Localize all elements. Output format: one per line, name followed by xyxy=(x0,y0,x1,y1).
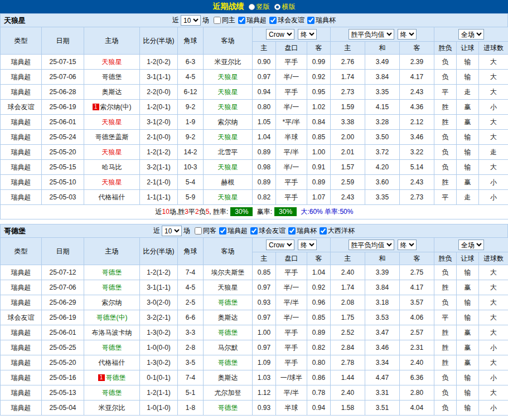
team-link[interactable]: 马尔默 xyxy=(218,344,238,351)
team-link[interactable]: 哥德堡 xyxy=(102,344,122,351)
score-cell[interactable]: 1-2(1-2) xyxy=(140,265,178,280)
score-cell[interactable]: 3-2(2-1) xyxy=(140,310,178,325)
team-link[interactable]: 哥德堡 xyxy=(102,268,122,276)
filter-checkbox[interactable]: 瑞典超 xyxy=(216,226,248,236)
team-link[interactable]: 天狼星 xyxy=(218,163,238,171)
match-count-select[interactable]: 10 xyxy=(181,15,201,26)
team-link[interactable]: 埃尔夫斯堡 xyxy=(211,268,245,276)
team-link[interactable]: 天狼星 xyxy=(102,148,122,156)
team-link[interactable]: 哥德堡 xyxy=(102,389,122,397)
league-cell[interactable]: 瑞典超 xyxy=(1,55,42,70)
league-cell[interactable]: 瑞典超 xyxy=(1,130,42,145)
league-cell[interactable]: 瑞典超 xyxy=(1,280,42,295)
score-cell[interactable]: 1-2(1-2) xyxy=(140,145,178,160)
team-link[interactable]: 哥德堡 xyxy=(102,73,122,81)
score-cell[interactable]: 3-0(2-0) xyxy=(140,295,178,310)
league-cell[interactable]: 瑞典超 xyxy=(1,115,42,130)
scope-select[interactable]: 全场 xyxy=(458,29,484,40)
league-cell[interactable]: 瑞典超 xyxy=(1,295,42,310)
layout-option-vertical[interactable]: 竖版 xyxy=(249,2,270,12)
score-cell[interactable]: 3-1(1-1) xyxy=(140,280,178,295)
score-cell[interactable]: 1-3(0-2) xyxy=(140,355,178,370)
team-link[interactable]: 索尔纳(中) xyxy=(100,103,132,111)
checkbox-input[interactable] xyxy=(250,227,258,235)
league-cell[interactable]: 瑞典超 xyxy=(1,265,42,280)
checkbox-input[interactable] xyxy=(269,17,277,24)
match-count-select[interactable]: 10 xyxy=(162,226,182,236)
scope-select[interactable]: 全场 xyxy=(458,240,484,250)
avg-stage-select[interactable]: 终 xyxy=(398,29,417,40)
score-cell[interactable]: 0-1(0-1) xyxy=(140,370,178,385)
team-link[interactable]: 哥德堡 xyxy=(218,299,238,306)
filter-checkbox[interactable]: 同客 xyxy=(192,226,216,236)
team-link[interactable]: 代格福什 xyxy=(99,193,125,201)
filter-checkbox[interactable]: 同主 xyxy=(211,16,235,25)
team-link[interactable]: 天狼星 xyxy=(218,284,238,291)
team-link[interactable]: 哥德堡 xyxy=(218,359,238,367)
league-cell[interactable]: 瑞典超 xyxy=(1,190,42,205)
score-cell[interactable]: 1-2(0-1) xyxy=(140,100,178,115)
league-cell[interactable]: 球会友谊 xyxy=(1,310,42,325)
team-link[interactable]: 哥德堡 xyxy=(218,329,238,336)
score-cell[interactable]: 1-0(0-0) xyxy=(140,340,178,355)
score-cell[interactable]: 3-1(2-0) xyxy=(140,115,178,130)
team-link[interactable]: 天狼星 xyxy=(102,58,122,66)
league-cell[interactable]: 瑞典超 xyxy=(1,85,42,100)
team-link[interactable]: 奥斯达 xyxy=(218,314,238,321)
score-cell[interactable]: 2-2(0-0) xyxy=(140,85,178,100)
league-cell[interactable]: 瑞典超 xyxy=(1,70,42,85)
team-link[interactable]: 索尔纳 xyxy=(102,299,122,306)
checkbox-input[interactable] xyxy=(195,227,202,235)
team-link[interactable]: 天狼星 xyxy=(218,193,238,201)
team-link[interactable]: 尤尔加登 xyxy=(215,389,241,397)
score-cell[interactable]: 1-0(1-0) xyxy=(140,401,178,416)
score-cell[interactable]: 1-1(1-1) xyxy=(140,190,178,205)
league-cell[interactable]: 瑞典超 xyxy=(1,385,42,401)
score-cell[interactable]: 2-1(0-0) xyxy=(140,130,178,145)
league-cell[interactable]: 瑞典超 xyxy=(1,160,42,175)
avg-type-select[interactable]: 胜平负均值 xyxy=(349,29,394,40)
checkbox-input[interactable] xyxy=(219,227,226,235)
radio-icon[interactable] xyxy=(249,4,255,10)
avg-type-select[interactable]: 胜平负均值 xyxy=(349,240,394,250)
filter-checkbox[interactable]: 瑞典杯 xyxy=(286,226,317,236)
score-cell[interactable]: 1-2(1-1) xyxy=(140,385,178,401)
filter-checkbox[interactable]: 球会友谊 xyxy=(248,226,286,236)
checkbox-input[interactable] xyxy=(307,17,315,24)
team-link[interactable]: 哥德堡 xyxy=(106,374,126,382)
checkbox-input[interactable] xyxy=(320,227,327,235)
team-link[interactable]: 天狼星 xyxy=(218,103,238,111)
odds-stage-select[interactable]: 终 xyxy=(298,240,317,250)
league-cell[interactable]: 瑞典超 xyxy=(1,340,42,355)
score-cell[interactable]: 3-1(1-1) xyxy=(140,70,178,85)
odds-company-select[interactable]: Crow xyxy=(266,240,294,250)
checkbox-input[interactable] xyxy=(238,17,245,24)
team-link[interactable]: 哥德堡(中) xyxy=(96,314,128,321)
radio-icon[interactable] xyxy=(274,4,280,10)
team-link[interactable]: 天狼星 xyxy=(102,178,122,186)
team-link[interactable]: 天狼星 xyxy=(102,118,122,126)
team-link[interactable]: 天狼星 xyxy=(218,88,238,96)
checkbox-input[interactable] xyxy=(288,227,296,235)
team-link[interactable]: 哥德堡 xyxy=(102,284,122,291)
team-link[interactable]: 赫根 xyxy=(221,178,235,186)
league-cell[interactable]: 球会友谊 xyxy=(1,100,42,115)
score-cell[interactable]: 3-2(1-1) xyxy=(140,160,178,175)
league-cell[interactable]: 瑞典超 xyxy=(1,175,42,190)
avg-stage-select[interactable]: 终 xyxy=(398,240,417,250)
league-cell[interactable]: 瑞典超 xyxy=(1,355,42,370)
team-link[interactable]: 奥斯达 xyxy=(102,88,122,96)
team-link[interactable]: 天狼星 xyxy=(218,133,238,141)
league-cell[interactable]: 瑞典超 xyxy=(1,401,42,416)
odds-stage-select[interactable]: 终 xyxy=(298,29,317,40)
filter-checkbox[interactable]: 球会友谊 xyxy=(267,16,304,25)
team-link[interactable]: 奥斯达 xyxy=(218,374,238,382)
team-link[interactable]: 米亚尔比 xyxy=(215,58,241,66)
score-cell[interactable]: 1-3(0-2) xyxy=(140,325,178,340)
score-cell[interactable]: 2-1(1-0) xyxy=(140,175,178,190)
team-link[interactable]: 代格福什 xyxy=(99,359,125,367)
layout-option-horizontal[interactable]: 横版 xyxy=(274,2,296,12)
team-link[interactable]: 天狼星 xyxy=(218,73,238,81)
filter-checkbox[interactable]: 瑞典超 xyxy=(235,16,267,25)
team-link[interactable]: 哥德堡 xyxy=(218,404,238,412)
